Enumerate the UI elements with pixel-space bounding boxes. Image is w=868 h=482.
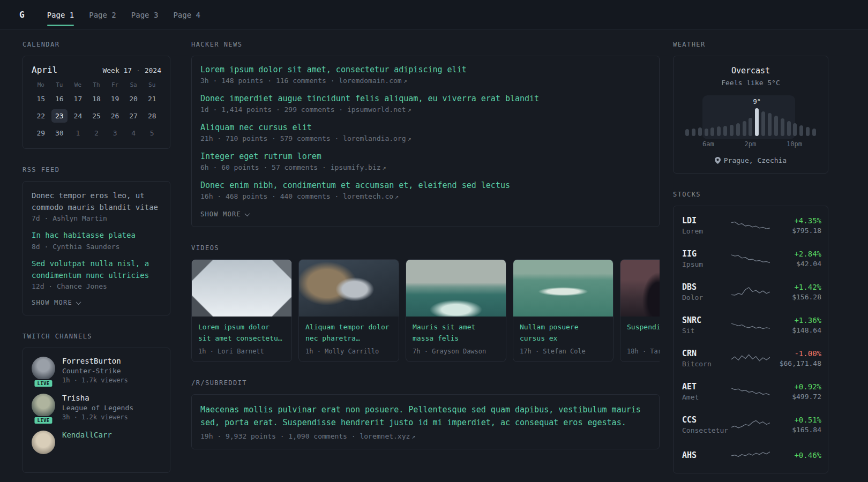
video-meta: 17h · Stefan Cole (520, 348, 607, 355)
weather-section-title: WEATHER (673, 41, 828, 48)
stock-row[interactable]: LDI Lorem +4.35% $795.18 (682, 209, 819, 242)
stock-sparkline (731, 318, 770, 333)
hn-domain-link[interactable]: loremlandia.org (343, 134, 406, 142)
stock-values: -1.00% $66,171.48 (770, 349, 821, 367)
tab-page-2[interactable]: Page 2 (89, 0, 116, 29)
hn-meta-text: 3h · 148 points · 116 comments · (200, 77, 339, 85)
tab-page-1[interactable]: Page 1 (47, 0, 74, 29)
stock-row[interactable]: IIG Ipsum +2.84% $42.04 (682, 242, 819, 275)
hn-story-title[interactable]: Donec enim nibh, condimentum et accumsan… (200, 180, 650, 190)
calendar-header: April Week 17 · 2024 (32, 65, 161, 75)
stock-row[interactable]: CCS Consectetur +0.51% $165.84 (682, 408, 819, 441)
stock-price: $148.64 (770, 326, 821, 334)
weather-condition: Overcast (682, 66, 819, 76)
video-card[interactable]: Nullam posuere cursus ex 17h · Stefan Co… (513, 259, 613, 362)
weather-peak-temp: 9° (753, 98, 761, 106)
stock-info: DBS Dolor (682, 282, 731, 302)
rss-item-title[interactable]: Donec tempor eros leo, ut commodo mauris… (32, 190, 161, 213)
calendar-grid: Mo Tu We Th Fr Sa Su 15 16 17 18 19 20 2… (32, 81, 161, 140)
subreddit-domain-link[interactable]: loremnet.xyz (360, 432, 410, 440)
weather-location: Prague, Czechia (682, 156, 819, 164)
calendar-day-next-month: 5 (144, 126, 160, 140)
tab-page-3[interactable]: Page 3 (131, 0, 159, 29)
hn-story-title[interactable]: Integer eget rutrum lorem (200, 152, 650, 161)
page-tabs: Page 1 Page 2 Page 3 Page 4 (47, 0, 200, 29)
hn-show-more-button[interactable]: SHOW MORE (200, 210, 249, 218)
stock-ticker: LDI (682, 216, 731, 225)
rss-item: Sed volutpat nulla nisl, a condimentum n… (32, 258, 161, 290)
calendar-month: April (32, 65, 57, 75)
hn-domain-link[interactable]: loremtech.co (343, 192, 393, 200)
rss-item-title[interactable]: In hac habitasse platea (32, 230, 161, 242)
hn-story-title[interactable]: Aliquam nec cursus elit (200, 123, 650, 132)
stock-values: +0.51% $165.84 (770, 416, 821, 434)
video-body: Suspendisse diam 18h · Tara (620, 317, 660, 362)
video-card[interactable]: Mauris sit amet massa felis 7h · Grayson… (406, 259, 506, 362)
stock-sparkline (731, 384, 770, 399)
channel-avatar-image (32, 431, 55, 454)
video-meta: 1h · Molly Carrillo (305, 348, 392, 355)
stock-ticker: CRN (682, 349, 731, 358)
weather-bar (799, 125, 803, 136)
stock-price: $156.28 (770, 293, 821, 301)
stock-row[interactable]: AHS +0.46% (682, 441, 819, 470)
stock-row[interactable]: DBS Dolor +1.42% $156.28 (682, 275, 819, 308)
weather-bar (768, 113, 772, 136)
calendar-widget: April Week 17 · 2024 Mo Tu We Th Fr Sa S… (23, 56, 170, 149)
calendar-day: 25 (88, 109, 104, 123)
hackernews-widget: Lorem ipsum dolor sit amet, consectetur … (191, 56, 660, 227)
weather-bar (736, 123, 740, 136)
stock-values: +0.92% $499.72 (770, 382, 821, 401)
weather-bar (743, 121, 746, 136)
calendar-day: 27 (125, 109, 141, 123)
stock-name: Sit (682, 327, 731, 335)
rss-show-more-button[interactable]: SHOW MORE (32, 299, 80, 306)
video-meta: 18h · Tara (627, 348, 660, 355)
video-thumbnail (192, 260, 291, 317)
hn-domain-link[interactable]: ipsumify.biz (331, 163, 381, 171)
hn-meta-text: 21h · 710 points · 579 comments · (200, 134, 343, 142)
stocks-section-title: STOCKS (673, 191, 828, 198)
video-title[interactable]: Suspendisse diam (627, 322, 660, 344)
stock-change: +4.35% (770, 216, 821, 225)
stock-values: +2.84% $42.04 (770, 250, 821, 268)
stock-name: Ipsum (682, 260, 731, 268)
video-card[interactable]: Lorem ipsum dolor sit amet consectetu… 1… (191, 259, 292, 362)
stock-sparkline (731, 284, 770, 299)
stock-price: $66,171.48 (770, 359, 821, 367)
hn-story: Integer eget rutrum lorem 6h · 60 points… (200, 152, 650, 171)
hn-domain-link[interactable]: ipsumworld.net (347, 106, 406, 114)
calendar-day: 24 (70, 109, 86, 123)
rss-item-title[interactable]: Sed volutpat nulla nisl, a condimentum n… (32, 258, 161, 281)
twitch-channel[interactable]: LIVE Trisha League of Legends 3h · 1.2k … (32, 394, 161, 421)
twitch-channel[interactable]: KendallCarr (32, 431, 161, 454)
videos-row: Lorem ipsum dolor sit amet consectetu… 1… (191, 259, 660, 362)
video-body: Aliquam tempor dolor nec pharetra… 1h · … (299, 317, 399, 362)
stock-row[interactable]: CRN Bitcorn -1.00% $66,171.48 (682, 342, 819, 375)
show-more-label: SHOW MORE (200, 210, 241, 218)
subreddit-post-title[interactable]: Maecenas mollis pulvinar erat non posuer… (200, 403, 650, 429)
weather-bar (730, 125, 734, 136)
stock-row[interactable]: AET Amet +0.92% $499.72 (682, 375, 819, 408)
stock-row[interactable]: SNRC Sit +1.36% $148.64 (682, 308, 819, 342)
hn-domain-link[interactable]: loremdomain.com (339, 77, 401, 85)
hn-story-title[interactable]: Lorem ipsum dolor sit amet, consectetur … (200, 65, 650, 74)
video-title[interactable]: Nullam posuere cursus ex (520, 322, 607, 344)
stock-ticker: AHS (682, 450, 731, 460)
video-title[interactable]: Lorem ipsum dolor sit amet consectetu… (198, 322, 285, 344)
stock-price: $499.72 (770, 393, 821, 401)
video-title[interactable]: Mauris sit amet massa felis (413, 322, 499, 344)
twitch-channel[interactable]: LIVE ForrestBurton Counter-Strike 1h · 1… (32, 357, 161, 384)
stock-sparkline (731, 251, 770, 266)
stock-change: +1.36% (770, 316, 821, 325)
app-logo[interactable]: G (19, 10, 25, 20)
tab-page-4[interactable]: Page 4 (173, 0, 200, 29)
video-title[interactable]: Aliquam tempor dolor nec pharetra… (305, 322, 392, 344)
stock-sparkline (731, 218, 770, 233)
video-card[interactable]: Suspendisse diam 18h · Tara (620, 259, 660, 362)
video-card[interactable]: Aliquam tempor dolor nec pharetra… 1h · … (298, 259, 399, 362)
calendar-day-today: 23 (51, 109, 68, 123)
weather-time: 6am (702, 140, 714, 148)
hn-meta-text: 1d · 1,414 points · 299 comments · (200, 106, 347, 114)
hn-story-title[interactable]: Donec imperdiet augue tincidunt felis al… (200, 94, 650, 103)
